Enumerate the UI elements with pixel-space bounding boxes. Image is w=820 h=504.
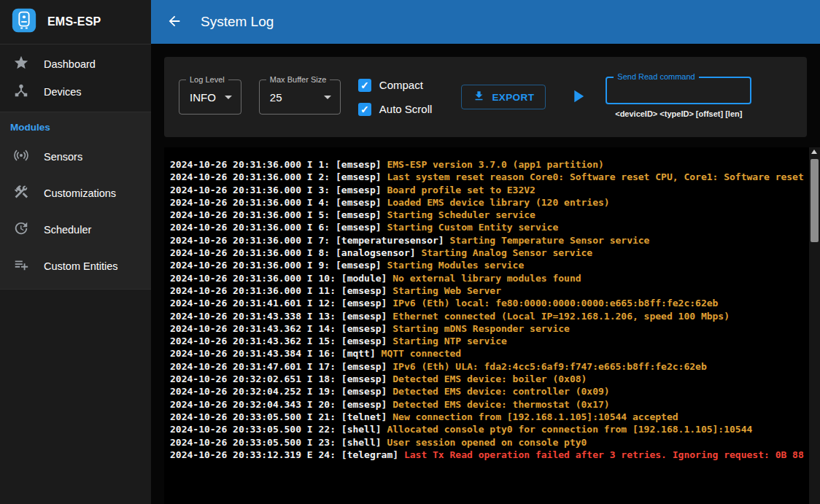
log-line: 2024-10-26 20:33:12.319 E 24: [telegram]… [170, 449, 805, 461]
compact-checkbox[interactable]: ✓ Compact [358, 79, 433, 92]
log-line: 2024-10-26 20:31:36.000 I 7: [temperatur… [170, 234, 805, 247]
log-line: 2024-10-26 20:32:02.651 I 18: [emsesp] D… [170, 373, 805, 385]
send-command-button[interactable] [568, 86, 588, 109]
log-line: 2024-10-26 20:31:36.000 I 11: [emsesp] S… [170, 284, 805, 297]
log-panel: 2024-10-26 20:31:36.000 I 1: [emsesp] EM… [164, 147, 820, 504]
log-lines: 2024-10-26 20:31:36.000 I 1: [emsesp] EM… [164, 147, 820, 461]
log-line: 2024-10-26 20:31:36.000 I 1: [emsesp] EM… [170, 158, 805, 171]
log-line: 2024-10-26 20:31:36.000 I 9: [emsesp] St… [170, 259, 805, 271]
log-level-select[interactable]: Log Level INFO [179, 80, 241, 115]
arrow-back-icon [166, 13, 182, 31]
log-line: 2024-10-26 20:32:04.343 I 20: [emsesp] D… [170, 398, 805, 411]
log-line: 2024-10-26 20:31:36.000 I 6: [emsesp] St… [170, 221, 805, 233]
page-title: System Log [201, 14, 274, 30]
sensors-icon [13, 147, 29, 166]
update-clock-icon [13, 220, 29, 239]
log-line: 2024-10-26 20:33:05.500 I 23: [shell] Us… [170, 436, 805, 449]
sidebar-item-devices[interactable]: Devices [0, 78, 151, 106]
max-buffer-value: 25 [270, 91, 282, 104]
scrollbar-up-arrow-icon[interactable] [811, 150, 817, 154]
export-label: EXPORT [492, 92, 534, 103]
max-buffer-label: Max Buffer Size [266, 75, 330, 84]
checkbox-checked-icon[interactable]: ✓ [358, 103, 371, 116]
compact-label: Compact [379, 79, 423, 91]
log-line: 2024-10-26 20:31:43.362 I 14: [emsesp] S… [170, 322, 805, 335]
play-icon [568, 86, 588, 109]
sidebar-item-label: Customizations [44, 187, 116, 199]
log-line: 2024-10-26 20:31:43.338 I 13: [emsesp] E… [170, 310, 805, 322]
log-level-value: INFO [190, 91, 216, 104]
sidebar-item-label: Devices [44, 86, 82, 98]
sidebar-item-sensors[interactable]: Sensors [0, 139, 151, 175]
log-line: 2024-10-26 20:31:36.000 I 4: [emsesp] Lo… [170, 196, 805, 209]
log-level-label: Log Level [186, 75, 228, 84]
playlist-add-icon [13, 257, 29, 276]
auto-scroll-label: Auto Scroll [379, 103, 433, 115]
log-line: 2024-10-26 20:31:36.000 I 3: [emsesp] Bo… [170, 184, 805, 196]
back-button[interactable] [164, 12, 185, 32]
send-read-helper-text: <deviceID> <typeID> [offset] [len] [615, 109, 742, 118]
sidebar-item-custom-entities[interactable]: Custom Entities [0, 248, 151, 284]
log-line: 2024-10-26 20:31:36.000 I 2: [emsesp] La… [170, 171, 805, 183]
max-buffer-select[interactable]: Max Buffer Size 25 [259, 80, 341, 115]
app-logo-icon [10, 7, 38, 37]
sidebar-item-label: Scheduler [44, 224, 91, 236]
log-line: 2024-10-26 20:33:05.500 I 22: [shell] Al… [170, 423, 805, 435]
send-read-input[interactable] [607, 78, 750, 103]
log-line: 2024-10-26 20:31:47.601 I 17: [emsesp] I… [170, 360, 805, 373]
sidebar-item-label: Custom Entities [44, 260, 118, 272]
appbar: System Log [151, 0, 820, 44]
main-area: System Log Log Level INFO Max Buffer Siz… [151, 0, 820, 504]
sidebar-item-label: Sensors [44, 151, 82, 163]
log-line: 2024-10-26 20:33:05.500 I 21: [telnet] N… [170, 411, 805, 423]
star-icon [13, 55, 29, 74]
checkbox-checked-icon[interactable]: ✓ [358, 79, 371, 92]
log-line: 2024-10-26 20:31:36.000 I 10: [module] N… [170, 272, 805, 284]
sidebar-item-customizations[interactable]: Customizations [0, 175, 151, 212]
export-button[interactable]: EXPORT [461, 85, 546, 109]
log-controls-card: Log Level INFO Max Buffer Size 25 ✓ Comp… [164, 57, 807, 137]
scrollbar-thumb[interactable] [811, 159, 819, 242]
log-line: 2024-10-26 20:31:36.000 I 8: [analogsens… [170, 247, 805, 259]
chevron-down-icon [225, 96, 232, 99]
sidebar-item-dashboard[interactable]: Dashboard [0, 50, 151, 78]
send-read-group: Send Read command <deviceID> <typeID> [o… [606, 77, 751, 118]
modules-section: Modules Sensors Customizations Scheduler… [0, 112, 151, 290]
scrollbar [809, 147, 820, 504]
send-read-label: Send Read command [614, 72, 698, 81]
construction-icon [13, 184, 29, 203]
modules-header: Modules [0, 112, 151, 139]
log-line: 2024-10-26 20:32:04.252 I 19: [emsesp] D… [170, 385, 805, 398]
sidebar-item-scheduler[interactable]: Scheduler [0, 212, 151, 248]
send-read-field: Send Read command [606, 77, 751, 104]
checkbox-group: ✓ Compact ✓ Auto Scroll [358, 79, 433, 116]
sidebar-item-label: Dashboard [44, 58, 96, 70]
log-line: 2024-10-26 20:31:43.384 I 16: [mqtt] MQT… [170, 347, 805, 360]
auto-scroll-checkbox[interactable]: ✓ Auto Scroll [358, 103, 433, 116]
content: Log Level INFO Max Buffer Size 25 ✓ Comp… [151, 44, 820, 504]
app-title: EMS-ESP [47, 15, 101, 28]
device-hub-icon [13, 82, 29, 101]
log-line: 2024-10-26 20:31:43.362 I 15: [emsesp] S… [170, 335, 805, 347]
chevron-down-icon [324, 96, 331, 99]
log-line: 2024-10-26 20:31:36.000 I 5: [emsesp] St… [170, 209, 805, 221]
sidebar: EMS-ESP Dashboard Devices Modules Sensor… [0, 0, 151, 504]
log-line: 2024-10-26 20:31:41.601 I 12: [emsesp] I… [170, 297, 805, 309]
download-icon [473, 90, 485, 104]
sidebar-header: EMS-ESP [0, 0, 151, 44]
